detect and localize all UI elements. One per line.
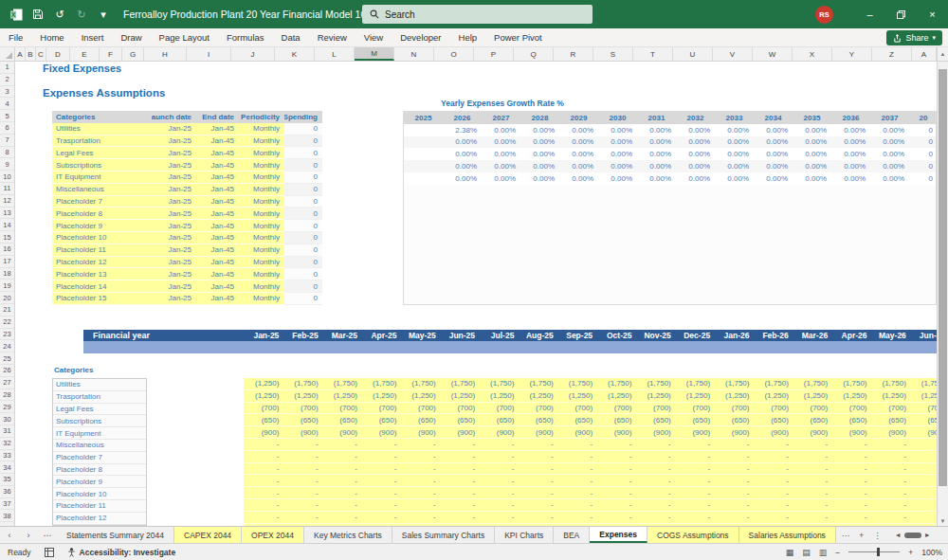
growth-cell[interactable]: 0.00%	[676, 148, 715, 160]
assumptions-cell[interactable]: Jan-45	[196, 208, 239, 220]
data-cell[interactable]: -	[714, 463, 753, 475]
data-cell[interactable]: (900)	[557, 426, 596, 438]
data-cell[interactable]: -	[244, 499, 283, 511]
data-cell[interactable]: -	[244, 439, 283, 450]
column-header-n-13[interactable]: N	[394, 47, 434, 61]
row-number-7[interactable]: 7	[0, 135, 14, 147]
row-number-10[interactable]: 10	[0, 171, 14, 183]
data-cell[interactable]: -	[675, 499, 714, 511]
ribbon-tab-file[interactable]: File	[0, 28, 31, 46]
month-header-dec-25[interactable]: Dec-25	[675, 330, 714, 342]
data-cell[interactable]: -	[831, 499, 870, 511]
data-cell[interactable]: (1,250)	[244, 390, 283, 402]
growth-cell[interactable]: 0.00%	[870, 136, 909, 149]
assumptions-cell[interactable]: Jan-25	[152, 135, 196, 148]
column-header-u-20[interactable]: U	[673, 47, 713, 61]
data-cell[interactable]: -	[244, 475, 283, 486]
data-cell[interactable]: -	[871, 475, 910, 486]
assumptions-cell[interactable]: 0	[284, 257, 322, 269]
column-header-k-10[interactable]: K	[275, 47, 315, 61]
add-sheet-icon[interactable]: +	[859, 531, 864, 540]
data-cell[interactable]: -	[557, 487, 596, 498]
row-number-20[interactable]: 20	[0, 292, 14, 304]
growth-year-2034-9[interactable]: 2034	[754, 112, 793, 124]
data-cell[interactable]: (650)	[557, 414, 596, 425]
column-header-s-18[interactable]: S	[593, 47, 633, 61]
minimize-button[interactable]: –	[854, 0, 885, 28]
data-cell[interactable]: (1,750)	[440, 378, 479, 389]
data-cell[interactable]: -	[479, 463, 518, 475]
page-layout-view-icon[interactable]: ▤	[802, 548, 811, 557]
data-cell[interactable]: (1,250)	[518, 390, 556, 402]
ribbon-tab-help[interactable]: Help	[450, 28, 486, 46]
data-cell[interactable]: -	[910, 487, 937, 498]
data-cell[interactable]: (650)	[635, 414, 674, 425]
growth-cell[interactable]: 0.00%	[482, 148, 520, 160]
growth-cell[interactable]: 0.00%	[676, 124, 715, 136]
growth-cell[interactable]: 0.00%	[598, 136, 637, 149]
data-cell[interactable]: -	[675, 451, 714, 462]
restore-button[interactable]	[885, 0, 917, 28]
previous-sheet-icon[interactable]: ‹	[0, 527, 19, 543]
category-item-trasportation[interactable]: Trasportation	[53, 391, 146, 404]
data-cell[interactable]: -	[479, 451, 518, 462]
assumptions-cell[interactable]: Jan-45	[196, 257, 239, 269]
data-cell[interactable]: (650)	[400, 414, 439, 425]
growth-cell[interactable]: 0.00%	[520, 124, 559, 136]
redo-icon[interactable]: ↻	[75, 8, 88, 21]
data-cell[interactable]: (900)	[871, 426, 910, 438]
growth-cell[interactable]: 0.00%	[715, 148, 754, 160]
data-cell[interactable]: (1,250)	[753, 390, 792, 402]
data-cell[interactable]: (1,250)	[322, 390, 361, 402]
data-cell[interactable]: (650)	[831, 414, 870, 425]
data-cell[interactable]: (900)	[518, 426, 556, 438]
data-cell[interactable]: -	[400, 499, 439, 511]
category-item-it-equipment[interactable]: IT Equipment	[53, 427, 146, 440]
data-cell[interactable]: (900)	[831, 426, 870, 438]
data-cell[interactable]: -	[361, 475, 400, 486]
row-number-33[interactable]: 33	[0, 450, 14, 462]
data-cell[interactable]: (1,750)	[635, 378, 674, 389]
data-cell[interactable]: (1,250)	[910, 390, 937, 402]
data-cell[interactable]: -	[361, 499, 400, 511]
data-cell[interactable]: (700)	[793, 403, 831, 414]
assumptions-header-periodicity[interactable]: Periodicity	[239, 111, 284, 123]
row-number-37[interactable]: 37	[0, 498, 14, 511]
data-cell[interactable]: -	[440, 487, 479, 498]
growth-cell[interactable]: 0.00%	[598, 172, 637, 185]
data-cell[interactable]: -	[400, 487, 439, 498]
data-cell[interactable]: (1,250)	[635, 390, 674, 402]
data-cell[interactable]: -	[479, 512, 518, 523]
growth-cell[interactable]: 0.00%	[676, 172, 715, 185]
category-item-miscellaneous[interactable]: Miscellaneous	[53, 440, 146, 452]
data-cell[interactable]: -	[793, 512, 831, 523]
column-header-r-17[interactable]: R	[554, 47, 593, 61]
select-all-corner[interactable]	[0, 47, 15, 61]
column-header-g-6[interactable]: G	[122, 47, 144, 61]
data-cell[interactable]: -	[400, 512, 439, 523]
data-cell[interactable]: (1,750)	[479, 378, 518, 389]
macro-record-icon[interactable]	[45, 548, 54, 557]
data-cell[interactable]: -	[440, 512, 479, 523]
data-cell[interactable]: -	[596, 463, 635, 475]
assumptions-cell[interactable]: Jan-25	[152, 208, 196, 220]
zoom-slider-thumb[interactable]	[877, 548, 880, 556]
data-cell[interactable]: -	[675, 439, 714, 450]
data-cell[interactable]: -	[322, 451, 361, 462]
assumptions-cell[interactable]: Monthly	[239, 135, 284, 148]
data-cell[interactable]: -	[322, 487, 361, 498]
assumptions-cell[interactable]: Placeholder 15	[52, 293, 152, 305]
month-header-sep-25[interactable]: Sep-25	[557, 330, 596, 342]
data-cell[interactable]: -	[244, 512, 283, 523]
row-number-22[interactable]: 22	[0, 316, 14, 329]
data-cell[interactable]: -	[283, 475, 321, 486]
data-cell[interactable]: -	[635, 487, 674, 498]
growth-cell[interactable]: 0.00%	[443, 160, 482, 172]
month-header-nov-25[interactable]: Nov-25	[635, 330, 674, 342]
month-header-jul-25[interactable]: Jul-25	[479, 330, 518, 342]
category-item-utilities[interactable]: Utilities	[53, 379, 146, 391]
growth-year-2037-12[interactable]: 2037	[870, 112, 909, 124]
growth-cell[interactable]: 2.38%	[443, 124, 482, 136]
growth-cell[interactable]: 0.00%	[831, 148, 870, 160]
data-cell[interactable]: -	[910, 512, 937, 523]
